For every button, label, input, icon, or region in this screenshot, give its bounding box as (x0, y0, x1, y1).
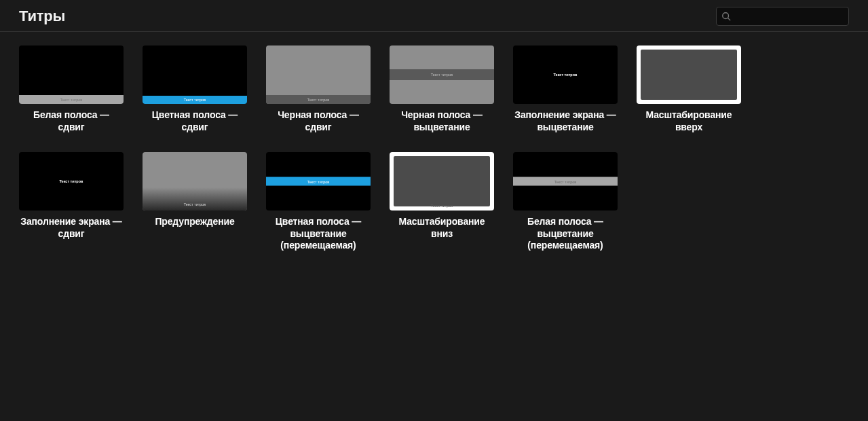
titles-grid: Текст титров Белая полоса — сдвиг Текст … (0, 32, 868, 266)
thumbnail: Текст титров (19, 152, 124, 210)
tile-label: Масштабирование вверх (637, 109, 741, 133)
thumbnail: Текст титров (513, 152, 618, 210)
thumbnail: Текст титров (266, 45, 371, 104)
thumbnail: Текст титров (143, 152, 247, 210)
tile-label: Черная полоса — выцветание (390, 109, 494, 133)
tile-label: Белая полоса — выцветание (перемещаемая) (513, 216, 618, 252)
title-preset-zoom-up[interactable]: Текст титров Масштабирование вверх (637, 45, 741, 133)
tile-label: Заполнение экрана — выцветание (513, 109, 618, 133)
thumb-text: Текст титров (431, 204, 453, 208)
search-icon (721, 12, 731, 21)
title-preset-fullscreen-slide[interactable]: Текст титров Заполнение экрана — сдвиг (19, 152, 124, 252)
title-preset-white-bar-fade-movable[interactable]: Текст титров Белая полоса — выцветание (… (513, 152, 618, 252)
tile-label: Заполнение экрана — сдвиг (19, 216, 124, 240)
title-preset-fullscreen-fade[interactable]: Текст титров Заполнение экрана — выцвета… (513, 45, 618, 133)
title-preset-black-bar-fade[interactable]: Текст титров Черная полоса — выцветание (390, 45, 494, 133)
thumb-text: Текст титров (60, 98, 83, 102)
tile-label: Цветная полоса — сдвиг (143, 109, 247, 133)
thumbnail: Текст титров (390, 152, 494, 210)
tile-label: Черная полоса — сдвиг (266, 109, 371, 133)
thumbnail: Текст титров (143, 45, 247, 104)
page-title: Титры (19, 7, 65, 25)
thumb-text: Текст титров (184, 202, 206, 206)
title-preset-color-bar-slide[interactable]: Текст титров Цветная полоса — сдвиг (143, 45, 247, 133)
search-input[interactable] (716, 7, 849, 26)
thumb-text: Текст титров (554, 73, 578, 77)
thumbnail: Текст титров (513, 45, 618, 104)
thumb-text: Текст титров (60, 179, 83, 183)
thumb-text: Текст титров (184, 98, 206, 102)
thumb-text: Текст титров (554, 179, 577, 183)
title-preset-zoom-down[interactable]: Текст титров Масштабирование вниз (390, 152, 494, 252)
thumbnail: Текст титров (266, 152, 371, 210)
search-wrap (716, 7, 849, 26)
thumbnail: Текст титров (390, 45, 494, 104)
thumbnail: Текст титров (637, 45, 741, 104)
svg-point-0 (723, 13, 729, 19)
title-preset-color-bar-fade-movable[interactable]: Текст титров Цветная полоса — выцветание… (266, 152, 371, 252)
svg-line-1 (728, 18, 731, 21)
title-preset-white-bar-slide[interactable]: Текст титров Белая полоса — сдвиг (19, 45, 124, 133)
tile-label: Предупреждение (155, 216, 234, 228)
thumb-text: Текст титров (307, 98, 330, 102)
tile-label: Белая полоса — сдвиг (19, 109, 124, 133)
title-preset-black-bar-slide[interactable]: Текст титров Черная полоса — сдвиг (266, 45, 371, 133)
title-preset-warning[interactable]: Текст титров Предупреждение (143, 152, 247, 252)
thumbnail: Текст титров (19, 45, 124, 104)
thumb-text: Текст титров (307, 179, 330, 183)
tile-label: Масштабирование вниз (390, 216, 494, 240)
tile-label: Цветная полоса — выцветание (перемещаема… (266, 216, 371, 252)
header: Титры (0, 0, 868, 32)
thumb-text: Текст титров (431, 73, 453, 77)
